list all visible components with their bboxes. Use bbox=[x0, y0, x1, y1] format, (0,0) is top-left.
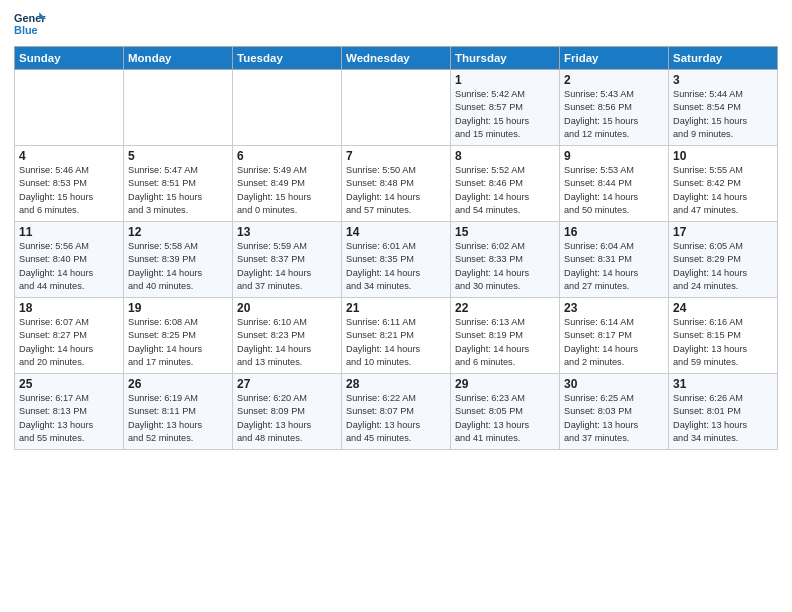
day-number: 23 bbox=[564, 301, 664, 315]
day-number: 29 bbox=[455, 377, 555, 391]
weekday-header-saturday: Saturday bbox=[669, 47, 778, 70]
day-info: Sunrise: 6:01 AM Sunset: 8:35 PM Dayligh… bbox=[346, 240, 446, 293]
calendar-table: SundayMondayTuesdayWednesdayThursdayFrid… bbox=[14, 46, 778, 450]
calendar-cell bbox=[342, 70, 451, 146]
day-number: 8 bbox=[455, 149, 555, 163]
logo-icon: General Blue bbox=[14, 10, 46, 38]
weekday-header-thursday: Thursday bbox=[451, 47, 560, 70]
day-number: 13 bbox=[237, 225, 337, 239]
day-number: 30 bbox=[564, 377, 664, 391]
calendar-cell: 16Sunrise: 6:04 AM Sunset: 8:31 PM Dayli… bbox=[560, 222, 669, 298]
calendar-cell: 13Sunrise: 5:59 AM Sunset: 8:37 PM Dayli… bbox=[233, 222, 342, 298]
calendar-cell: 7Sunrise: 5:50 AM Sunset: 8:48 PM Daylig… bbox=[342, 146, 451, 222]
day-number: 1 bbox=[455, 73, 555, 87]
day-info: Sunrise: 6:26 AM Sunset: 8:01 PM Dayligh… bbox=[673, 392, 773, 445]
day-info: Sunrise: 5:46 AM Sunset: 8:53 PM Dayligh… bbox=[19, 164, 119, 217]
calendar-cell: 22Sunrise: 6:13 AM Sunset: 8:19 PM Dayli… bbox=[451, 298, 560, 374]
day-number: 6 bbox=[237, 149, 337, 163]
day-info: Sunrise: 5:56 AM Sunset: 8:40 PM Dayligh… bbox=[19, 240, 119, 293]
day-info: Sunrise: 6:19 AM Sunset: 8:11 PM Dayligh… bbox=[128, 392, 228, 445]
calendar-cell: 23Sunrise: 6:14 AM Sunset: 8:17 PM Dayli… bbox=[560, 298, 669, 374]
calendar-cell: 30Sunrise: 6:25 AM Sunset: 8:03 PM Dayli… bbox=[560, 374, 669, 450]
calendar-cell bbox=[233, 70, 342, 146]
day-number: 12 bbox=[128, 225, 228, 239]
day-number: 7 bbox=[346, 149, 446, 163]
day-number: 18 bbox=[19, 301, 119, 315]
day-info: Sunrise: 5:55 AM Sunset: 8:42 PM Dayligh… bbox=[673, 164, 773, 217]
calendar-cell: 1Sunrise: 5:42 AM Sunset: 8:57 PM Daylig… bbox=[451, 70, 560, 146]
day-info: Sunrise: 5:43 AM Sunset: 8:56 PM Dayligh… bbox=[564, 88, 664, 141]
day-number: 21 bbox=[346, 301, 446, 315]
calendar-cell: 15Sunrise: 6:02 AM Sunset: 8:33 PM Dayli… bbox=[451, 222, 560, 298]
weekday-header-wednesday: Wednesday bbox=[342, 47, 451, 70]
day-info: Sunrise: 5:52 AM Sunset: 8:46 PM Dayligh… bbox=[455, 164, 555, 217]
weekday-header-friday: Friday bbox=[560, 47, 669, 70]
day-info: Sunrise: 5:49 AM Sunset: 8:49 PM Dayligh… bbox=[237, 164, 337, 217]
day-number: 19 bbox=[128, 301, 228, 315]
calendar-cell: 9Sunrise: 5:53 AM Sunset: 8:44 PM Daylig… bbox=[560, 146, 669, 222]
page-header: General Blue bbox=[14, 10, 778, 38]
svg-text:Blue: Blue bbox=[14, 24, 38, 36]
day-number: 20 bbox=[237, 301, 337, 315]
day-number: 26 bbox=[128, 377, 228, 391]
day-info: Sunrise: 5:50 AM Sunset: 8:48 PM Dayligh… bbox=[346, 164, 446, 217]
day-number: 15 bbox=[455, 225, 555, 239]
day-number: 27 bbox=[237, 377, 337, 391]
logo: General Blue bbox=[14, 10, 46, 38]
calendar-cell: 31Sunrise: 6:26 AM Sunset: 8:01 PM Dayli… bbox=[669, 374, 778, 450]
day-number: 17 bbox=[673, 225, 773, 239]
day-info: Sunrise: 6:10 AM Sunset: 8:23 PM Dayligh… bbox=[237, 316, 337, 369]
day-info: Sunrise: 6:25 AM Sunset: 8:03 PM Dayligh… bbox=[564, 392, 664, 445]
day-info: Sunrise: 5:42 AM Sunset: 8:57 PM Dayligh… bbox=[455, 88, 555, 141]
calendar-cell: 3Sunrise: 5:44 AM Sunset: 8:54 PM Daylig… bbox=[669, 70, 778, 146]
day-info: Sunrise: 6:17 AM Sunset: 8:13 PM Dayligh… bbox=[19, 392, 119, 445]
day-info: Sunrise: 5:53 AM Sunset: 8:44 PM Dayligh… bbox=[564, 164, 664, 217]
calendar-cell: 14Sunrise: 6:01 AM Sunset: 8:35 PM Dayli… bbox=[342, 222, 451, 298]
page-container: General Blue SundayMondayTuesdayWednesda… bbox=[0, 0, 792, 458]
calendar-cell: 6Sunrise: 5:49 AM Sunset: 8:49 PM Daylig… bbox=[233, 146, 342, 222]
day-number: 22 bbox=[455, 301, 555, 315]
day-info: Sunrise: 6:04 AM Sunset: 8:31 PM Dayligh… bbox=[564, 240, 664, 293]
calendar-cell: 25Sunrise: 6:17 AM Sunset: 8:13 PM Dayli… bbox=[15, 374, 124, 450]
calendar-cell: 19Sunrise: 6:08 AM Sunset: 8:25 PM Dayli… bbox=[124, 298, 233, 374]
day-number: 25 bbox=[19, 377, 119, 391]
day-info: Sunrise: 5:59 AM Sunset: 8:37 PM Dayligh… bbox=[237, 240, 337, 293]
day-number: 9 bbox=[564, 149, 664, 163]
calendar-cell: 4Sunrise: 5:46 AM Sunset: 8:53 PM Daylig… bbox=[15, 146, 124, 222]
calendar-cell: 11Sunrise: 5:56 AM Sunset: 8:40 PM Dayli… bbox=[15, 222, 124, 298]
day-number: 5 bbox=[128, 149, 228, 163]
day-number: 2 bbox=[564, 73, 664, 87]
day-info: Sunrise: 6:22 AM Sunset: 8:07 PM Dayligh… bbox=[346, 392, 446, 445]
calendar-cell: 21Sunrise: 6:11 AM Sunset: 8:21 PM Dayli… bbox=[342, 298, 451, 374]
calendar-cell: 26Sunrise: 6:19 AM Sunset: 8:11 PM Dayli… bbox=[124, 374, 233, 450]
calendar-cell bbox=[124, 70, 233, 146]
calendar-cell: 18Sunrise: 6:07 AM Sunset: 8:27 PM Dayli… bbox=[15, 298, 124, 374]
calendar-cell: 24Sunrise: 6:16 AM Sunset: 8:15 PM Dayli… bbox=[669, 298, 778, 374]
calendar-cell: 27Sunrise: 6:20 AM Sunset: 8:09 PM Dayli… bbox=[233, 374, 342, 450]
day-info: Sunrise: 5:58 AM Sunset: 8:39 PM Dayligh… bbox=[128, 240, 228, 293]
day-info: Sunrise: 6:14 AM Sunset: 8:17 PM Dayligh… bbox=[564, 316, 664, 369]
day-info: Sunrise: 5:47 AM Sunset: 8:51 PM Dayligh… bbox=[128, 164, 228, 217]
day-info: Sunrise: 5:44 AM Sunset: 8:54 PM Dayligh… bbox=[673, 88, 773, 141]
day-info: Sunrise: 6:05 AM Sunset: 8:29 PM Dayligh… bbox=[673, 240, 773, 293]
day-info: Sunrise: 6:02 AM Sunset: 8:33 PM Dayligh… bbox=[455, 240, 555, 293]
calendar-cell: 8Sunrise: 5:52 AM Sunset: 8:46 PM Daylig… bbox=[451, 146, 560, 222]
day-info: Sunrise: 6:07 AM Sunset: 8:27 PM Dayligh… bbox=[19, 316, 119, 369]
day-info: Sunrise: 6:20 AM Sunset: 8:09 PM Dayligh… bbox=[237, 392, 337, 445]
day-number: 16 bbox=[564, 225, 664, 239]
calendar-cell: 12Sunrise: 5:58 AM Sunset: 8:39 PM Dayli… bbox=[124, 222, 233, 298]
weekday-header-monday: Monday bbox=[124, 47, 233, 70]
day-number: 14 bbox=[346, 225, 446, 239]
day-info: Sunrise: 6:23 AM Sunset: 8:05 PM Dayligh… bbox=[455, 392, 555, 445]
day-info: Sunrise: 6:16 AM Sunset: 8:15 PM Dayligh… bbox=[673, 316, 773, 369]
day-number: 10 bbox=[673, 149, 773, 163]
calendar-cell: 17Sunrise: 6:05 AM Sunset: 8:29 PM Dayli… bbox=[669, 222, 778, 298]
calendar-cell: 10Sunrise: 5:55 AM Sunset: 8:42 PM Dayli… bbox=[669, 146, 778, 222]
day-number: 24 bbox=[673, 301, 773, 315]
weekday-header-tuesday: Tuesday bbox=[233, 47, 342, 70]
day-info: Sunrise: 6:08 AM Sunset: 8:25 PM Dayligh… bbox=[128, 316, 228, 369]
calendar-cell: 28Sunrise: 6:22 AM Sunset: 8:07 PM Dayli… bbox=[342, 374, 451, 450]
day-number: 4 bbox=[19, 149, 119, 163]
weekday-header-sunday: Sunday bbox=[15, 47, 124, 70]
day-number: 31 bbox=[673, 377, 773, 391]
